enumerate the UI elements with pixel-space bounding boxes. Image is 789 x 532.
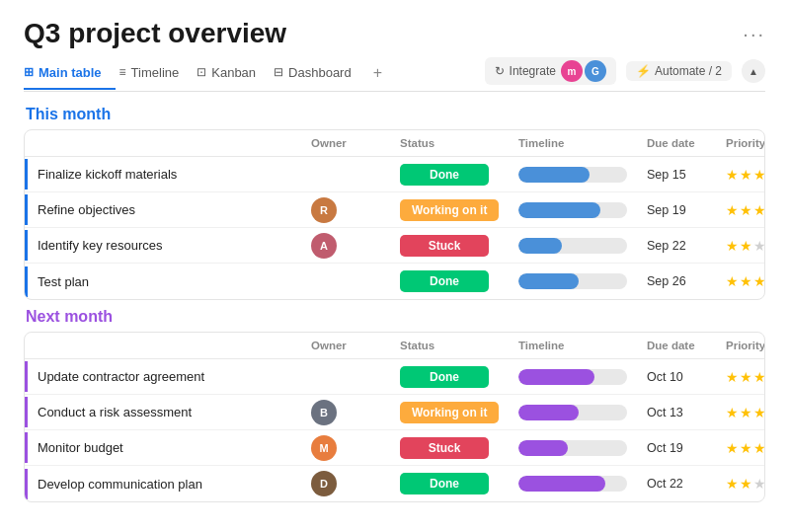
table-row: Conduct a risk assessment B Working on i… (25, 395, 764, 430)
status-badge[interactable]: Done (400, 366, 489, 388)
header-dots-button[interactable]: ··· (743, 23, 765, 45)
task-name: Conduct a risk assessment (25, 397, 311, 427)
col-timeline-nm: Timeline (518, 340, 647, 351)
star-2: ★ (740, 476, 752, 492)
star-3: ★ (753, 238, 765, 254)
toolbar-right: ↻ Integrate m G ⚡ Automate / 2 ▲ (485, 57, 765, 91)
this-month-section: This month Owner Status Timeline Due dat… (24, 106, 765, 300)
star-3: ★ (753, 167, 765, 183)
star-2: ★ (740, 440, 752, 456)
timeline-cell (518, 405, 647, 420)
status-cell: Working on it (400, 402, 518, 423)
owner-avatar: B (311, 400, 337, 425)
dashboard-icon: ⊟ (274, 65, 283, 79)
integrate-label: Integrate (510, 64, 556, 78)
status-badge[interactable]: Working on it (400, 199, 499, 221)
avatar-1: m (561, 60, 583, 82)
owner-avatar: D (311, 471, 337, 496)
automate-icon: ⚡ (636, 64, 651, 78)
automate-button[interactable]: ⚡ Automate / 2 (626, 61, 732, 81)
status-cell: Done (400, 473, 518, 494)
timeline-bar (518, 167, 590, 183)
integrate-button[interactable]: ↻ Integrate m G (485, 57, 616, 85)
avatar-2: G (585, 60, 606, 82)
stars-cell: ★★★★★ (726, 405, 765, 420)
integrate-avatars: m G (561, 60, 606, 82)
due-date: Oct 10 (647, 370, 726, 384)
star-1: ★ (726, 476, 739, 492)
owner-cell: A (311, 233, 400, 259)
timeline-bar (518, 440, 568, 456)
star-2: ★ (740, 405, 752, 420)
tab-timeline[interactable]: ≡ Timeline (119, 59, 194, 90)
star-1: ★ (726, 238, 739, 254)
col-owner: Owner (311, 137, 400, 149)
add-tab-button[interactable]: + (369, 58, 390, 90)
timeline-cell (518, 238, 647, 254)
timeline-bar-container (518, 476, 627, 492)
task-name: Refine objectives (25, 194, 311, 225)
star-1: ★ (726, 167, 739, 183)
timeline-bar (518, 405, 579, 420)
timeline-cell (518, 440, 647, 456)
tab-main-table[interactable]: ⊞ Main table (24, 59, 116, 90)
status-badge[interactable]: Working on it (400, 402, 499, 423)
stars-cell: ★★★★★ (726, 238, 765, 254)
owner-avatar: A (311, 233, 337, 259)
owner-avatar: R (311, 197, 337, 223)
tab-dashboard[interactable]: ⊟ Dashboard (274, 59, 365, 90)
timeline-bar-container (518, 405, 627, 420)
task-name: Test plan (25, 266, 311, 297)
timeline-bar (518, 202, 600, 218)
timeline-icon: ≡ (119, 65, 126, 79)
table-row: Monitor budget M Stuck Oct 19 ★★★★★ (25, 430, 764, 466)
status-badge[interactable]: Stuck (400, 437, 489, 459)
star-2: ★ (740, 273, 752, 289)
tab-kanban[interactable]: ⊡ Kanban (197, 59, 270, 90)
col-status: Status (400, 137, 518, 149)
star-1: ★ (726, 273, 739, 289)
timeline-bar (518, 369, 594, 385)
status-cell: Stuck (400, 235, 518, 257)
status-badge[interactable]: Done (400, 164, 489, 186)
task-name: Develop communication plan (25, 469, 311, 499)
status-badge[interactable]: Stuck (400, 235, 489, 257)
next-month-title: Next month (24, 308, 765, 326)
owner-cell: D (311, 471, 400, 496)
next-month-header: Owner Status Timeline Due date Priority … (25, 333, 764, 359)
this-month-title: This month (24, 106, 765, 123)
status-cell: Stuck (400, 437, 518, 459)
task-name: Update contractor agreement (25, 361, 311, 392)
col-due-date-nm: Due date (647, 340, 726, 351)
stars-cell: ★★★★★ (726, 476, 765, 492)
timeline-bar-container (518, 238, 627, 254)
star-3: ★ (753, 476, 765, 492)
table-row: Test plan Done Sep 26 ★★★★★ (25, 264, 764, 299)
owner-cell: B (311, 400, 400, 425)
status-badge[interactable]: Done (400, 473, 489, 494)
due-date: Oct 13 (647, 406, 726, 419)
this-month-header: Owner Status Timeline Due date Priority … (25, 130, 764, 157)
status-cell: Done (400, 366, 518, 388)
timeline-cell (518, 476, 647, 492)
task-name: Finalize kickoff materials (25, 159, 311, 190)
star-3: ★ (753, 440, 765, 456)
owner-avatar: M (311, 435, 337, 461)
timeline-bar-container (518, 273, 627, 289)
col-timeline: Timeline (518, 137, 647, 149)
collapse-button[interactable]: ▲ (742, 59, 765, 83)
timeline-cell (518, 273, 647, 289)
due-date: Sep 15 (647, 168, 726, 182)
due-date: Oct 19 (647, 441, 726, 455)
timeline-cell (518, 167, 647, 183)
status-badge[interactable]: Done (400, 270, 489, 292)
next-month-rows: Update contractor agreement Done Oct 10 … (25, 359, 764, 501)
chevron-up-icon: ▲ (749, 66, 758, 77)
col-due-date: Due date (647, 137, 726, 149)
table-row: Refine objectives R Working on it Sep 19… (25, 192, 764, 228)
main-table-icon: ⊞ (24, 65, 34, 79)
due-date: Sep 19 (647, 203, 726, 217)
stars-cell: ★★★★★ (726, 273, 765, 289)
star-1: ★ (726, 369, 739, 385)
timeline-cell (518, 202, 647, 218)
